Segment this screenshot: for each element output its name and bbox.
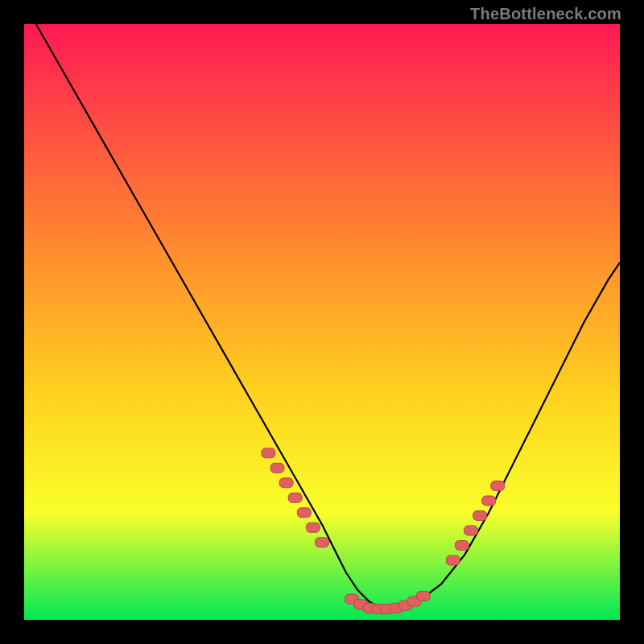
gradient-bg: [24, 24, 620, 620]
plot-frame: [24, 24, 620, 620]
curve-marker: [446, 555, 460, 565]
curve-marker: [482, 496, 496, 506]
curve-marker: [262, 448, 275, 458]
curve-marker: [416, 591, 430, 601]
curve-marker: [297, 508, 311, 518]
chart-svg: [24, 24, 620, 620]
curve-marker: [288, 493, 302, 502]
curve-marker: [464, 526, 478, 535]
curve-marker: [306, 522, 320, 532]
plot-area: [24, 24, 620, 620]
curve-marker: [491, 481, 505, 491]
curve-marker: [316, 538, 329, 547]
attribution-text: TheBottleneck.com: [470, 5, 621, 23]
curve-marker: [270, 463, 284, 473]
curve-marker: [279, 478, 293, 488]
curve-marker: [455, 541, 469, 551]
curve-marker: [473, 511, 487, 521]
